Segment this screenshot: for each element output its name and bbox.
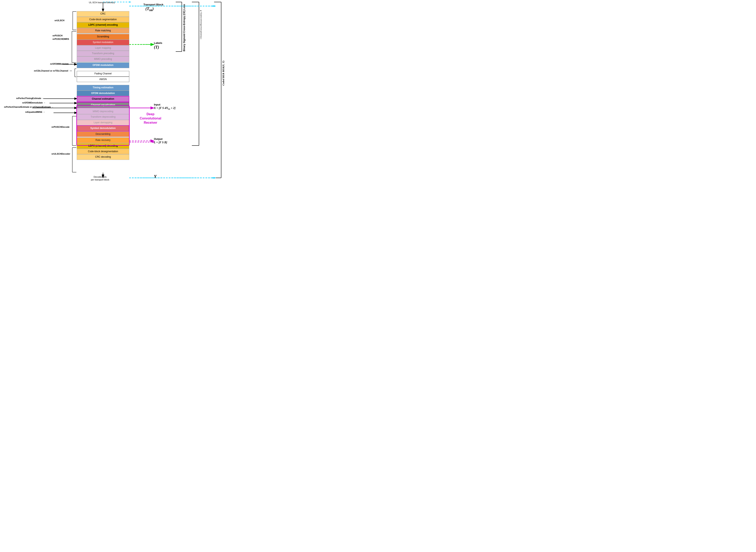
labels-math: (T) xyxy=(154,45,159,49)
block-layer-mapping: Layer mapping xyxy=(77,45,129,51)
nrEqualizeMMSE-label: nrEqualizeMMSE → xyxy=(25,111,45,113)
block-scrambling: Scrambling xyxy=(77,34,129,40)
input-label: Input xyxy=(154,103,160,106)
nrPUSCHDecode-label: nrPUSCHDecode xyxy=(51,126,69,128)
svg-marker-8 xyxy=(212,5,214,7)
svg-marker-10 xyxy=(129,1,131,3)
block-crc-decoding: CRC decoding xyxy=(77,154,129,160)
deep-conv-label: Deep Convolutional Receiver xyxy=(135,112,166,125)
nrOFDMModulate-label: nrOFDMModulate → xyxy=(50,63,72,65)
block-transform-precoding: Transform precoding xyxy=(77,51,129,56)
block-ldpc-enc: LDPC (channel) encoding xyxy=(77,22,129,28)
block-timing-estimation: Timing estimation xyxy=(77,85,129,91)
nrULSCHDecoder-label: nrULSCHDecoder xyxy=(51,153,70,155)
block-cbs-desegmentation: Code-block desegmentation xyxy=(77,149,129,154)
transport-block-math: (Tblk) xyxy=(146,6,154,12)
block-fading-channel: Fading Channel xyxy=(77,71,129,77)
coded-ber-label: Coded BER BER(Y, T) xyxy=(222,60,225,86)
top-input-label: UL-SCH transport block(s) xyxy=(89,1,115,4)
block-crc: CRC xyxy=(77,11,129,17)
svg-marker-41 xyxy=(213,5,216,7)
nrPUSCH-label: nrPUSCHnrPUSCHDMRS xyxy=(52,34,69,41)
block-symbol-modulation: Symbol modulation xyxy=(77,40,129,45)
block-code-block-seg: Code-block segmentation xyxy=(77,17,129,22)
block-mimo-precoding: MIMO precoding xyxy=(77,56,129,62)
block-awgn: AWGN xyxy=(77,77,129,82)
nrCDLChannel-label: nrCDLChannel or nrTDLChannel — xyxy=(34,70,72,72)
nrOFDMDemodulate-label: nrOFDMDemodulate → xyxy=(22,102,45,104)
block-ofdm-demodulation: OFDM demodulation xyxy=(77,91,129,96)
labels-label: Labels xyxy=(154,41,162,44)
transport-block-label: Transport Block xyxy=(143,3,163,6)
y-label: Y xyxy=(154,174,157,179)
output-equation: L = [F S B] xyxy=(154,141,167,144)
svg-marker-15 xyxy=(212,177,214,178)
block-channel-estimation: Channel estimation xyxy=(77,96,129,102)
deep-conv-box xyxy=(76,105,130,146)
svg-marker-49 xyxy=(213,177,216,179)
block-ofdm-modulation: OFDM modulation xyxy=(77,62,129,68)
binary-sigmoid-label: Binary Sigmoid Cross-Entropy (CE) Loss xyxy=(183,4,186,51)
nrPerfectChannelEstimate-label: nrPerfectChannelEstimate or nrChannelEst… xyxy=(4,106,53,108)
diagram: UL-SCH transport block(s) Transport Bloc… xyxy=(0,0,242,182)
input-equation: X = [F S 4Nrx + 2] xyxy=(154,107,176,110)
ce-loss-label: CE(σ(nrExtractResources(L)), T xyxy=(200,10,202,39)
nrULSCH-label: nrULSCH xyxy=(54,19,64,22)
block-rate-matching: Rate matching xyxy=(77,28,129,33)
y-bottom-label: Decoded bitsper transport block xyxy=(91,175,109,181)
nrPerfectTimingEstimate-label: nrPerfectTimingEstimate → xyxy=(16,97,44,100)
output-label: Output xyxy=(154,137,163,140)
